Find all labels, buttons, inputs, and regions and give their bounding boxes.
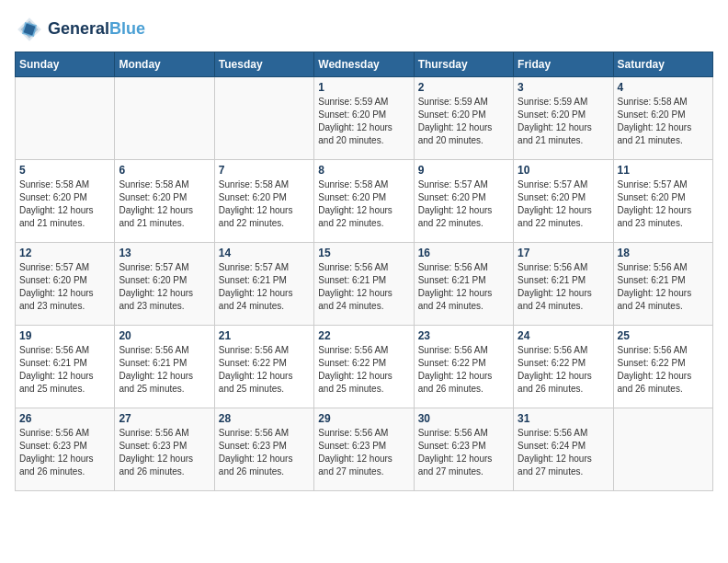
day-info: Sunrise: 5:56 AM Sunset: 6:21 PM Dayligh… <box>318 261 409 313</box>
day-number: 23 <box>418 329 509 342</box>
day-number: 6 <box>119 164 210 177</box>
calendar-day-cell: 26Sunrise: 5:56 AM Sunset: 6:23 PM Dayli… <box>16 408 115 491</box>
weekday-header-cell: Thursday <box>414 52 513 77</box>
day-number: 10 <box>518 164 609 177</box>
calendar-day-cell: 31Sunrise: 5:56 AM Sunset: 6:24 PM Dayli… <box>514 408 613 491</box>
day-info: Sunrise: 5:57 AM Sunset: 6:21 PM Dayligh… <box>219 261 310 313</box>
logo-icon <box>15 15 44 44</box>
day-number: 3 <box>518 81 609 94</box>
calendar-day-cell: 7Sunrise: 5:58 AM Sunset: 6:20 PM Daylig… <box>214 160 313 243</box>
logo-text: GeneralBlue <box>48 20 145 39</box>
calendar-day-cell <box>613 408 712 491</box>
weekday-header-cell: Wednesday <box>314 52 414 77</box>
day-number: 22 <box>318 329 409 342</box>
day-info: Sunrise: 5:56 AM Sunset: 6:22 PM Dayligh… <box>318 344 409 396</box>
day-info: Sunrise: 5:56 AM Sunset: 6:23 PM Dayligh… <box>19 427 110 478</box>
day-info: Sunrise: 5:56 AM Sunset: 6:21 PM Dayligh… <box>518 261 609 313</box>
calendar-day-cell: 29Sunrise: 5:56 AM Sunset: 6:23 PM Dayli… <box>314 408 414 491</box>
day-info: Sunrise: 5:57 AM Sunset: 6:20 PM Dayligh… <box>418 178 509 230</box>
weekday-header-cell: Tuesday <box>214 52 313 77</box>
calendar-week-row: 26Sunrise: 5:56 AM Sunset: 6:23 PM Dayli… <box>16 408 713 491</box>
calendar-week-row: 1Sunrise: 5:59 AM Sunset: 6:20 PM Daylig… <box>16 77 713 160</box>
calendar-body: 1Sunrise: 5:59 AM Sunset: 6:20 PM Daylig… <box>16 77 713 491</box>
calendar-table: SundayMondayTuesdayWednesdayThursdayFrid… <box>15 52 713 491</box>
day-number: 7 <box>219 164 310 177</box>
calendar-day-cell: 15Sunrise: 5:56 AM Sunset: 6:21 PM Dayli… <box>314 243 414 326</box>
day-info: Sunrise: 5:57 AM Sunset: 6:20 PM Dayligh… <box>119 261 210 313</box>
calendar-day-cell: 14Sunrise: 5:57 AM Sunset: 6:21 PM Dayli… <box>214 243 313 326</box>
calendar-week-row: 19Sunrise: 5:56 AM Sunset: 6:21 PM Dayli… <box>16 326 713 408</box>
calendar-week-row: 12Sunrise: 5:57 AM Sunset: 6:20 PM Dayli… <box>16 243 713 326</box>
day-number: 20 <box>119 329 210 342</box>
calendar-day-cell: 23Sunrise: 5:56 AM Sunset: 6:22 PM Dayli… <box>414 326 513 408</box>
day-info: Sunrise: 5:56 AM Sunset: 6:23 PM Dayligh… <box>318 427 409 478</box>
day-number: 11 <box>618 164 709 177</box>
calendar-day-cell: 9Sunrise: 5:57 AM Sunset: 6:20 PM Daylig… <box>414 160 513 243</box>
calendar-day-cell: 8Sunrise: 5:58 AM Sunset: 6:20 PM Daylig… <box>314 160 414 243</box>
day-number: 1 <box>318 81 409 94</box>
weekday-header-cell: Friday <box>514 52 613 77</box>
calendar-week-row: 5Sunrise: 5:58 AM Sunset: 6:20 PM Daylig… <box>16 160 713 243</box>
day-info: Sunrise: 5:56 AM Sunset: 6:21 PM Dayligh… <box>119 344 210 396</box>
day-number: 24 <box>518 329 609 342</box>
day-number: 18 <box>618 247 709 259</box>
day-info: Sunrise: 5:56 AM Sunset: 6:22 PM Dayligh… <box>518 344 609 396</box>
day-number: 29 <box>318 412 409 425</box>
day-info: Sunrise: 5:56 AM Sunset: 6:22 PM Dayligh… <box>418 344 509 396</box>
day-number: 26 <box>19 412 110 425</box>
day-number: 31 <box>518 412 609 425</box>
calendar-day-cell: 16Sunrise: 5:56 AM Sunset: 6:21 PM Dayli… <box>414 243 513 326</box>
day-info: Sunrise: 5:59 AM Sunset: 6:20 PM Dayligh… <box>518 96 609 147</box>
calendar-day-cell: 28Sunrise: 5:56 AM Sunset: 6:23 PM Dayli… <box>214 408 313 491</box>
calendar-day-cell <box>214 77 313 160</box>
calendar-day-cell: 20Sunrise: 5:56 AM Sunset: 6:21 PM Dayli… <box>115 326 214 408</box>
calendar-day-cell: 17Sunrise: 5:56 AM Sunset: 6:21 PM Dayli… <box>514 243 613 326</box>
weekday-header-cell: Saturday <box>613 52 712 77</box>
weekday-header-row: SundayMondayTuesdayWednesdayThursdayFrid… <box>16 52 713 77</box>
day-number: 27 <box>119 412 210 425</box>
calendar-day-cell <box>16 77 115 160</box>
day-info: Sunrise: 5:57 AM Sunset: 6:20 PM Dayligh… <box>19 261 110 313</box>
weekday-header-cell: Monday <box>115 52 214 77</box>
day-number: 28 <box>219 412 310 425</box>
calendar-day-cell: 4Sunrise: 5:58 AM Sunset: 6:20 PM Daylig… <box>613 77 712 160</box>
day-info: Sunrise: 5:56 AM Sunset: 6:21 PM Dayligh… <box>618 261 709 313</box>
day-number: 21 <box>219 329 310 342</box>
day-info: Sunrise: 5:56 AM Sunset: 6:23 PM Dayligh… <box>119 427 210 478</box>
day-info: Sunrise: 5:58 AM Sunset: 6:20 PM Dayligh… <box>19 178 110 230</box>
calendar-day-cell: 6Sunrise: 5:58 AM Sunset: 6:20 PM Daylig… <box>115 160 214 243</box>
day-info: Sunrise: 5:56 AM Sunset: 6:21 PM Dayligh… <box>418 261 509 313</box>
day-number: 13 <box>119 247 210 259</box>
calendar-day-cell: 12Sunrise: 5:57 AM Sunset: 6:20 PM Dayli… <box>16 243 115 326</box>
calendar-day-cell: 2Sunrise: 5:59 AM Sunset: 6:20 PM Daylig… <box>414 77 513 160</box>
calendar-day-cell: 21Sunrise: 5:56 AM Sunset: 6:22 PM Dayli… <box>214 326 313 408</box>
day-number: 9 <box>418 164 509 177</box>
day-info: Sunrise: 5:56 AM Sunset: 6:22 PM Dayligh… <box>618 344 709 396</box>
day-info: Sunrise: 5:58 AM Sunset: 6:20 PM Dayligh… <box>618 96 709 147</box>
day-info: Sunrise: 5:59 AM Sunset: 6:20 PM Dayligh… <box>418 96 509 147</box>
calendar-day-cell: 24Sunrise: 5:56 AM Sunset: 6:22 PM Dayli… <box>514 326 613 408</box>
day-number: 8 <box>318 164 409 177</box>
weekday-header-cell: Sunday <box>16 52 115 77</box>
day-number: 15 <box>318 247 409 259</box>
calendar-day-cell: 1Sunrise: 5:59 AM Sunset: 6:20 PM Daylig… <box>314 77 414 160</box>
day-info: Sunrise: 5:58 AM Sunset: 6:20 PM Dayligh… <box>318 178 409 230</box>
day-number: 17 <box>518 247 609 259</box>
calendar-day-cell: 27Sunrise: 5:56 AM Sunset: 6:23 PM Dayli… <box>115 408 214 491</box>
calendar-day-cell: 19Sunrise: 5:56 AM Sunset: 6:21 PM Dayli… <box>16 326 115 408</box>
calendar-day-cell: 10Sunrise: 5:57 AM Sunset: 6:20 PM Dayli… <box>514 160 613 243</box>
logo: GeneralBlue <box>15 15 145 44</box>
day-number: 4 <box>618 81 709 94</box>
day-number: 12 <box>19 247 110 259</box>
day-number: 25 <box>618 329 709 342</box>
calendar-day-cell: 30Sunrise: 5:56 AM Sunset: 6:23 PM Dayli… <box>414 408 513 491</box>
day-info: Sunrise: 5:58 AM Sunset: 6:20 PM Dayligh… <box>119 178 210 230</box>
calendar-day-cell: 18Sunrise: 5:56 AM Sunset: 6:21 PM Dayli… <box>613 243 712 326</box>
calendar-day-cell: 5Sunrise: 5:58 AM Sunset: 6:20 PM Daylig… <box>16 160 115 243</box>
calendar-day-cell: 22Sunrise: 5:56 AM Sunset: 6:22 PM Dayli… <box>314 326 414 408</box>
calendar-day-cell: 11Sunrise: 5:57 AM Sunset: 6:20 PM Dayli… <box>613 160 712 243</box>
day-info: Sunrise: 5:56 AM Sunset: 6:23 PM Dayligh… <box>219 427 310 478</box>
day-number: 30 <box>418 412 509 425</box>
day-info: Sunrise: 5:59 AM Sunset: 6:20 PM Dayligh… <box>318 96 409 147</box>
day-info: Sunrise: 5:56 AM Sunset: 6:21 PM Dayligh… <box>19 344 110 396</box>
